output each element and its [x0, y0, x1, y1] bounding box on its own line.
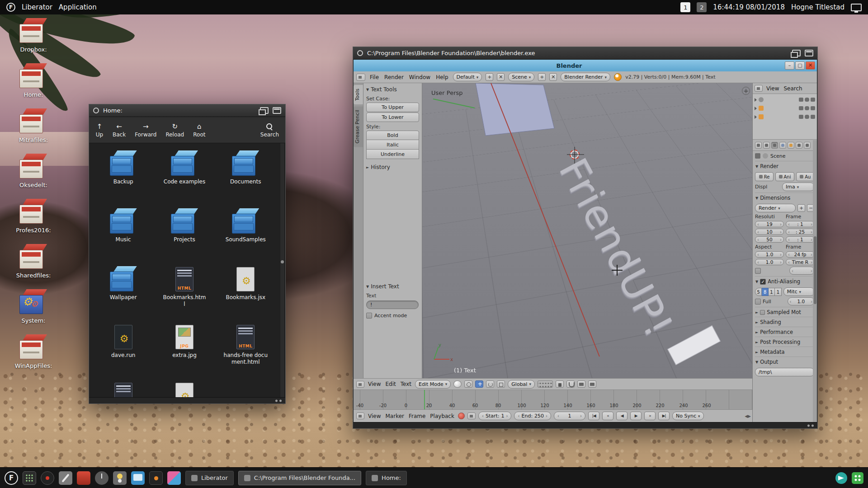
- record-button[interactable]: [458, 413, 465, 419]
- render-button[interactable]: Au: [796, 172, 815, 181]
- aa-filter-dropdown[interactable]: Mitc▾: [783, 287, 815, 296]
- orientation-dropdown[interactable]: Global▾: [508, 380, 535, 389]
- tab-render-icon[interactable]: [755, 142, 762, 149]
- window-resize-strip[interactable]: [89, 397, 285, 404]
- lock-icon[interactable]: [556, 380, 564, 388]
- frame-end-field[interactable]: ‹End:250›: [514, 412, 551, 420]
- outliner-menu[interactable]: View: [765, 85, 780, 92]
- number-field[interactable]: ‹1.0›: [755, 251, 784, 258]
- panel-header-collapsed[interactable]: ►Sampled Mot: [755, 307, 815, 317]
- render-presets-dropdown[interactable]: Render▾: [755, 204, 796, 212]
- resize-grip[interactable]: [274, 399, 282, 402]
- file-item[interactable]: Music: [98, 208, 149, 260]
- stepper-field[interactable]: ‹›: [789, 267, 815, 275]
- current-frame-line[interactable]: [424, 390, 425, 409]
- panel-header-collapsed[interactable]: ►Performance: [755, 327, 815, 337]
- cursor-toggle-icon[interactable]: [799, 98, 803, 102]
- toolbar-button[interactable]: Up: [95, 122, 104, 138]
- task-button[interactable]: Liberator: [185, 471, 234, 485]
- scrollbar-thumb[interactable]: [814, 236, 816, 304]
- desktop-icon[interactable]: Profes2016:: [6, 199, 61, 234]
- window-depth-gadget[interactable]: [260, 107, 269, 114]
- play-reverse-button[interactable]: ◀: [616, 412, 627, 420]
- toolbar-button[interactable]: Search: [260, 122, 279, 138]
- toolbar-button[interactable]: Forward: [135, 122, 156, 138]
- cursor-toggle-icon[interactable]: [799, 115, 803, 119]
- mode-dropdown[interactable]: Edit Mode▾: [415, 380, 451, 389]
- number-field[interactable]: ‹: 1›: [786, 236, 815, 243]
- dock-icon[interactable]: [167, 471, 181, 485]
- scene-selector[interactable]: Scene▾: [508, 73, 534, 81]
- snap-magnet-icon[interactable]: [566, 380, 575, 388]
- window-depth-gadget[interactable]: [792, 50, 801, 56]
- editor-type-icon[interactable]: [356, 74, 365, 81]
- render-toggle-icon[interactable]: [811, 106, 815, 110]
- number-field[interactable]: ‹19›: [755, 221, 784, 227]
- jump-start-button[interactable]: |◀: [588, 412, 599, 420]
- panel-header-collapsed[interactable]: ►Metadata: [755, 347, 815, 357]
- current-frame-field[interactable]: ‹1›: [554, 412, 585, 420]
- dock-icon[interactable]: [59, 471, 72, 485]
- window-titlebar[interactable]: C:\Program Files\Blender Foundation\Blen…: [353, 47, 817, 60]
- viewport-shading-icon[interactable]: [453, 380, 462, 388]
- case-button[interactable]: To Lower: [366, 113, 419, 122]
- file-item[interactable]: Bookmarks.jsx: [220, 266, 271, 318]
- timeline-editor-icon[interactable]: [356, 413, 364, 419]
- window-maximize-gadget[interactable]: [805, 50, 813, 56]
- workspace-indicator[interactable]: 2: [697, 2, 707, 12]
- scene-object-face[interactable]: [476, 83, 554, 136]
- screens-icon[interactable]: [851, 4, 862, 11]
- outliner-editor-icon[interactable]: [755, 85, 763, 92]
- menu-item[interactable]: File: [369, 74, 380, 80]
- file-item[interactable]: [159, 382, 210, 397]
- tab-material-icon[interactable]: [804, 142, 811, 149]
- toolbar-button[interactable]: Back: [113, 122, 126, 138]
- file-item[interactable]: SoundSamples: [220, 208, 271, 260]
- task-button[interactable]: C:\Program Files\Blender Founda...: [238, 471, 361, 485]
- viewport-editor-icon[interactable]: [356, 381, 364, 388]
- number-field[interactable]: ‹1.0›: [755, 259, 784, 265]
- full-sample-checkbox[interactable]: [755, 299, 761, 305]
- desktop-icon[interactable]: Sharedfiles:: [6, 244, 61, 279]
- file-item[interactable]: Backup: [98, 150, 149, 202]
- dock-icon[interactable]: [113, 471, 127, 485]
- scrollbar[interactable]: [280, 143, 284, 397]
- timeline-ruler[interactable]: -40 -20 0 20 40 60 80 100 120 140 160: [354, 390, 754, 410]
- aa-sample-button[interactable]: 8: [762, 288, 768, 296]
- frame-start-field[interactable]: ‹Start:1›: [478, 412, 512, 420]
- file-item[interactable]: Projects: [159, 208, 210, 260]
- render-panel-header[interactable]: ▼Render: [755, 161, 815, 171]
- file-item[interactable]: Documents: [220, 150, 271, 202]
- desktop-icon[interactable]: WinAppFiles:: [6, 334, 61, 369]
- desktop-icon[interactable]: Mitrafiles:: [6, 108, 61, 143]
- keying-set-icon[interactable]: [467, 413, 476, 419]
- render-toggle-icon[interactable]: [811, 98, 815, 102]
- number-field[interactable]: ‹Time R›: [786, 259, 815, 265]
- viewport-menu[interactable]: View: [367, 381, 382, 387]
- panel-header-collapsed[interactable]: ►Shading: [755, 317, 815, 327]
- output-path-field[interactable]: /tmp\: [755, 368, 815, 376]
- outliner-row[interactable]: [755, 113, 815, 121]
- resize-grip[interactable]: [807, 424, 814, 427]
- style-button[interactable]: Underline: [366, 150, 419, 159]
- file-item[interactable]: [98, 382, 149, 397]
- tray-icon[interactable]: [835, 472, 847, 484]
- blender-titlebar[interactable]: Blender – ▢ ✕: [354, 60, 817, 71]
- scrollbar-thumb[interactable]: [281, 260, 284, 263]
- file-item[interactable]: JPG extra.jpg: [159, 324, 210, 375]
- render-button[interactable]: Ani: [775, 172, 794, 181]
- tab-world-icon[interactable]: [779, 142, 786, 149]
- visibility-toggle-icon[interactable]: [805, 106, 809, 110]
- region-expand-icon[interactable]: +: [742, 87, 750, 95]
- outliner-row[interactable]: [755, 95, 815, 104]
- layers-widget[interactable]: [538, 380, 553, 388]
- dock-icon[interactable]: [149, 471, 163, 485]
- pin-icon[interactable]: [755, 153, 760, 159]
- cursor-toggle-icon[interactable]: [799, 106, 803, 110]
- manipulator-translate-icon[interactable]: [475, 380, 483, 388]
- layout-add-button[interactable]: +: [486, 73, 493, 81]
- scene-add-button[interactable]: +: [538, 73, 546, 81]
- outliner-row[interactable]: [755, 104, 815, 113]
- insert-text-input[interactable]: [366, 300, 419, 309]
- output-panel-header[interactable]: ▼Output: [755, 357, 815, 366]
